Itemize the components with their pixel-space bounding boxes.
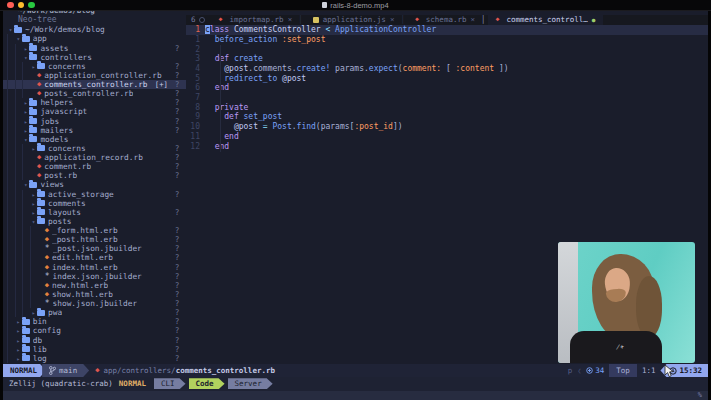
code-line[interactable]: 7 [186, 93, 708, 103]
git-status: ? [171, 308, 183, 317]
indent-guide [30, 235, 38, 244]
code-line[interactable]: 5 redirect_to @post [186, 74, 708, 84]
code-line[interactable]: 4 @post.comments.create! params.expect(c… [186, 64, 708, 74]
chevron-down-icon[interactable]: ▾ [30, 218, 37, 225]
tree-item[interactable]: ◆_post.html.erb? [3, 235, 186, 244]
javascript-icon [313, 17, 319, 23]
tree-item[interactable]: ▸concerns? [3, 144, 186, 153]
code-line[interactable]: 2 [186, 45, 708, 55]
code-line[interactable]: 1 before_action :set_post [186, 35, 708, 45]
jbuilder-icon: * [45, 245, 50, 252]
tree-item[interactable]: ▸comments [3, 199, 186, 208]
indent-guide [7, 336, 15, 345]
cursor-position: 1:1 [642, 366, 656, 375]
chevron-right-icon[interactable]: ▸ [22, 45, 29, 52]
buffer-tab[interactable]: application.js× [305, 15, 403, 26]
tree-item[interactable]: ◆show.html.erb? [3, 290, 186, 299]
chevron-right-icon[interactable]: ▸ [30, 145, 37, 152]
chevron-right-icon[interactable]: ▸ [22, 127, 29, 134]
chevron-right-icon[interactable]: ▸ [30, 309, 37, 316]
tree-item[interactable]: ◆new.html.erb? [3, 281, 186, 290]
tree-item-label: _post.html.erb [52, 235, 118, 244]
chevron-right-icon[interactable]: ▸ [15, 346, 22, 353]
tree-item[interactable]: ▸bin? [3, 317, 186, 326]
tree-item[interactable]: ▸pwa? [3, 308, 186, 317]
tree-item[interactable]: ▸db? [3, 336, 186, 345]
code-line[interactable]: 11 end [186, 132, 708, 142]
code-text: private [205, 103, 248, 113]
ruby-icon: ◆ [37, 72, 41, 79]
folder-icon [29, 127, 37, 133]
tree-item[interactable]: ▸log? [3, 354, 186, 363]
tree-item[interactable]: ▾views [3, 180, 186, 189]
chevron-down-icon[interactable]: ▾ [22, 181, 29, 188]
tree-item[interactable]: ◆comments_controller.rb[+]? [3, 80, 186, 89]
tree-item-label: index.json.jbuilder [53, 272, 142, 281]
close-buffer-icon[interactable]: × [288, 15, 293, 24]
tree-item[interactable]: *index.json.jbuilder? [3, 272, 186, 281]
indent-guide [15, 53, 23, 62]
folder-icon [37, 63, 45, 69]
tree-item[interactable]: *show.json.jbuilder? [3, 299, 186, 308]
zellij-tab-cli[interactable]: CLI [154, 378, 186, 389]
chevron-right-icon[interactable]: ▸ [15, 355, 22, 362]
tree-item[interactable]: ◆_form.html.erb? [3, 226, 186, 235]
code-line[interactable]: 9 def set_post [186, 112, 708, 122]
zellij-tab-server[interactable]: Server [228, 378, 273, 389]
code-line[interactable]: 3 def create [186, 54, 708, 64]
neotree-panel[interactable]: ▾~/Work/demos/blog▾app▸assets?▾controlle… [3, 25, 186, 364]
folder-icon [22, 337, 30, 343]
tree-item[interactable]: ▸layouts? [3, 208, 186, 217]
tree-item[interactable]: ◆posts_controller.rb? [3, 89, 186, 98]
code-line[interactable]: 12 end [186, 142, 708, 152]
tree-item[interactable]: ▸active_storage? [3, 190, 186, 199]
code-line[interactable]: 8 private [186, 103, 708, 113]
close-buffer-icon[interactable]: × [470, 15, 475, 24]
chevron-right-icon[interactable]: ▸ [30, 63, 37, 70]
indent-guide [7, 162, 15, 171]
tree-item-label: edit.html.erb [52, 253, 113, 262]
code-line[interactable]: 6 end [186, 83, 708, 93]
chevron-down-icon[interactable]: ▾ [22, 54, 29, 61]
chevron-right-icon[interactable]: ▸ [30, 209, 37, 216]
tree-item[interactable]: ▾controllers [3, 53, 186, 62]
line-number: 1 [186, 35, 205, 45]
indent-guide [22, 217, 30, 226]
code-line[interactable]: 10 @post = Post.find(params[:post_id]) [186, 122, 708, 132]
chevron-right-icon[interactable]: ▸ [22, 108, 29, 115]
indent-guide [7, 53, 15, 62]
buffer-tab[interactable]: ◆importmap.rb× [211, 15, 301, 26]
chevron-right-icon[interactable]: ▸ [15, 337, 22, 344]
chevron-right-icon[interactable]: ▸ [30, 191, 37, 198]
chevron-right-icon[interactable]: ▸ [15, 327, 22, 334]
buffer-tab[interactable]: ◆schema.rb× [407, 15, 483, 26]
tree-item[interactable]: ◆comment.rb? [3, 162, 186, 171]
tree-item[interactable]: ▸lib? [3, 345, 186, 354]
tree-item[interactable]: *_post.json.jbuilder? [3, 244, 186, 253]
tree-item[interactable]: ▸config? [3, 326, 186, 335]
buffer-tab[interactable]: ◆comments_controll…● [488, 15, 604, 26]
zellij-tab-code[interactable]: Code [189, 378, 225, 389]
close-buffer-icon[interactable]: × [390, 15, 395, 24]
chevron-down-icon[interactable]: ▾ [7, 26, 14, 33]
chevron-right-icon[interactable]: ▸ [30, 200, 37, 207]
chevron-down-icon[interactable]: ▾ [22, 136, 29, 143]
tree-item[interactable]: ◆application_record.rb? [3, 153, 186, 162]
git-status: ? [171, 62, 183, 71]
tree-item-label: application_record.rb [44, 153, 143, 162]
tree-item[interactable]: ▾~/Work/demos/blog [3, 25, 186, 34]
indent-guide [7, 80, 15, 89]
indent-guide [15, 117, 23, 126]
chevron-right-icon[interactable]: ▸ [22, 118, 29, 125]
tree-item[interactable]: ▸concerns? [3, 62, 186, 71]
chevron-down-icon[interactable]: ▾ [15, 35, 22, 42]
code-line[interactable]: 1class CommentsController < ApplicationC… [186, 25, 708, 35]
indent-guide [30, 226, 38, 235]
tree-item[interactable]: ▾models [3, 135, 186, 144]
tree-item[interactable]: ◆edit.html.erb? [3, 253, 186, 262]
chevron-right-icon[interactable]: ▸ [22, 99, 29, 106]
tree-item[interactable]: ▾posts [3, 217, 186, 226]
chevron-right-icon[interactable]: ▸ [15, 318, 22, 325]
tree-item[interactable]: ◆index.html.erb? [3, 263, 186, 272]
tree-item[interactable]: ◆application_controller.rb? [3, 71, 186, 80]
